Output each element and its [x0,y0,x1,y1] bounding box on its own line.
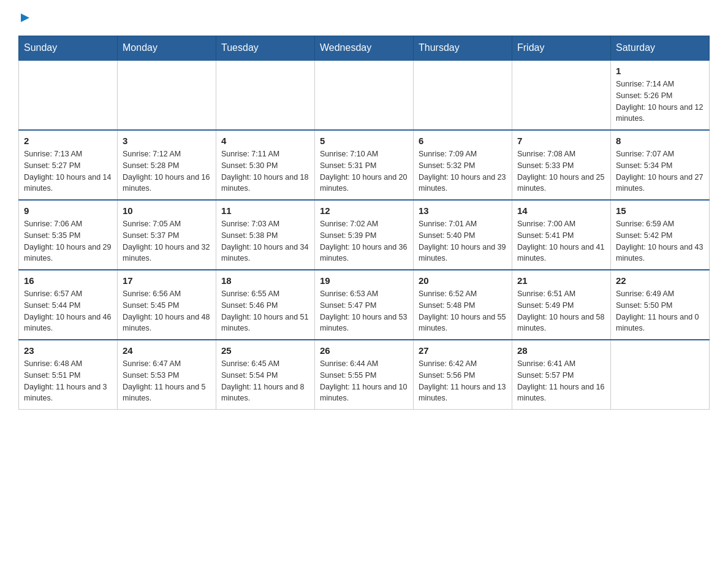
day-number: 12 [320,205,408,216]
calendar-cell: 2Sunrise: 7:13 AMSunset: 5:27 PMDaylight… [19,130,118,200]
day-number: 14 [517,205,605,216]
day-info: Sunrise: 7:07 AMSunset: 5:34 PMDaylight:… [616,148,704,194]
day-number: 1 [616,66,704,76]
day-info: Sunrise: 7:06 AMSunset: 5:35 PMDaylight:… [24,218,112,264]
calendar-cell: 1Sunrise: 7:14 AMSunset: 5:26 PMDaylight… [611,60,710,130]
calendar-cell: 9Sunrise: 7:06 AMSunset: 5:35 PMDaylight… [19,200,118,270]
logo-arrow-icon [20,12,31,26]
day-number: 21 [517,275,605,286]
day-info: Sunrise: 7:09 AMSunset: 5:32 PMDaylight:… [419,148,507,194]
calendar-week-1: 1Sunrise: 7:14 AMSunset: 5:26 PMDaylight… [19,60,710,130]
calendar-header-sunday: Sunday [19,36,118,61]
day-number: 19 [320,275,408,286]
calendar-cell: 12Sunrise: 7:02 AMSunset: 5:39 PMDayligh… [315,200,414,270]
calendar-week-2: 2Sunrise: 7:13 AMSunset: 5:27 PMDaylight… [19,130,710,200]
calendar-cell: 14Sunrise: 7:00 AMSunset: 5:41 PMDayligh… [512,200,611,270]
calendar-cell: 8Sunrise: 7:07 AMSunset: 5:34 PMDaylight… [611,130,710,200]
calendar-cell: 16Sunrise: 6:57 AMSunset: 5:44 PMDayligh… [19,270,118,340]
calendar-week-5: 23Sunrise: 6:48 AMSunset: 5:51 PMDayligh… [19,340,710,410]
calendar-header-friday: Friday [512,36,611,61]
day-info: Sunrise: 6:42 AMSunset: 5:56 PMDaylight:… [419,358,507,404]
calendar-cell: 24Sunrise: 6:47 AMSunset: 5:53 PMDayligh… [118,340,216,410]
calendar-header-wednesday: Wednesday [315,36,414,61]
day-info: Sunrise: 7:01 AMSunset: 5:40 PMDaylight:… [419,218,507,264]
logo [18,12,31,26]
calendar-cell [118,60,216,130]
calendar-cell [611,340,710,410]
calendar-cell: 6Sunrise: 7:09 AMSunset: 5:32 PMDaylight… [414,130,512,200]
calendar-cell: 18Sunrise: 6:55 AMSunset: 5:46 PMDayligh… [216,270,315,340]
day-info: Sunrise: 7:10 AMSunset: 5:31 PMDaylight:… [320,148,408,194]
calendar-cell: 25Sunrise: 6:45 AMSunset: 5:54 PMDayligh… [216,340,315,410]
day-info: Sunrise: 6:59 AMSunset: 5:42 PMDaylight:… [616,218,704,264]
day-info: Sunrise: 7:05 AMSunset: 5:37 PMDaylight:… [123,218,211,264]
calendar-cell: 21Sunrise: 6:51 AMSunset: 5:49 PMDayligh… [512,270,611,340]
day-info: Sunrise: 7:13 AMSunset: 5:27 PMDaylight:… [24,148,112,194]
day-number: 7 [517,136,605,146]
calendar-week-4: 16Sunrise: 6:57 AMSunset: 5:44 PMDayligh… [19,270,710,340]
day-info: Sunrise: 7:11 AMSunset: 5:30 PMDaylight:… [221,148,309,194]
calendar-cell: 3Sunrise: 7:12 AMSunset: 5:28 PMDaylight… [118,130,216,200]
day-info: Sunrise: 6:48 AMSunset: 5:51 PMDaylight:… [24,358,112,404]
day-info: Sunrise: 6:49 AMSunset: 5:50 PMDaylight:… [616,288,704,334]
day-number: 18 [221,275,309,286]
day-info: Sunrise: 6:57 AMSunset: 5:44 PMDaylight:… [24,288,112,334]
day-info: Sunrise: 7:14 AMSunset: 5:26 PMDaylight:… [616,79,704,124]
day-info: Sunrise: 7:00 AMSunset: 5:41 PMDaylight:… [517,218,605,264]
day-number: 16 [24,275,112,286]
calendar-header-thursday: Thursday [414,36,512,61]
day-info: Sunrise: 7:08 AMSunset: 5:33 PMDaylight:… [517,148,605,194]
day-number: 11 [221,205,309,216]
calendar-week-3: 9Sunrise: 7:06 AMSunset: 5:35 PMDaylight… [19,200,710,270]
day-info: Sunrise: 6:45 AMSunset: 5:54 PMDaylight:… [221,358,309,404]
calendar-header-row: SundayMondayTuesdayWednesdayThursdayFrid… [19,36,710,61]
calendar-cell: 15Sunrise: 6:59 AMSunset: 5:42 PMDayligh… [611,200,710,270]
calendar-cell: 5Sunrise: 7:10 AMSunset: 5:31 PMDaylight… [315,130,414,200]
day-number: 22 [616,275,704,286]
day-info: Sunrise: 6:52 AMSunset: 5:48 PMDaylight:… [419,288,507,334]
calendar-cell [414,60,512,130]
day-info: Sunrise: 7:12 AMSunset: 5:28 PMDaylight:… [123,148,211,194]
calendar-header-tuesday: Tuesday [216,36,315,61]
day-info: Sunrise: 6:47 AMSunset: 5:53 PMDaylight:… [123,358,211,404]
day-info: Sunrise: 7:03 AMSunset: 5:38 PMDaylight:… [221,218,309,264]
calendar-cell [512,60,611,130]
day-number: 23 [24,345,112,356]
calendar-cell: 19Sunrise: 6:53 AMSunset: 5:47 PMDayligh… [315,270,414,340]
day-number: 4 [221,136,309,146]
day-number: 27 [419,345,507,356]
day-number: 20 [419,275,507,286]
calendar-cell: 23Sunrise: 6:48 AMSunset: 5:51 PMDayligh… [19,340,118,410]
day-number: 6 [419,136,507,146]
day-info: Sunrise: 6:41 AMSunset: 5:57 PMDaylight:… [517,358,605,404]
svg-marker-0 [21,13,29,22]
day-number: 15 [616,205,704,216]
page-header [18,12,710,26]
calendar-cell: 28Sunrise: 6:41 AMSunset: 5:57 PMDayligh… [512,340,611,410]
day-number: 8 [616,136,704,146]
calendar-cell: 10Sunrise: 7:05 AMSunset: 5:37 PMDayligh… [118,200,216,270]
day-number: 5 [320,136,408,146]
day-number: 28 [517,345,605,356]
calendar-cell: 13Sunrise: 7:01 AMSunset: 5:40 PMDayligh… [414,200,512,270]
calendar-cell: 4Sunrise: 7:11 AMSunset: 5:30 PMDaylight… [216,130,315,200]
day-number: 13 [419,205,507,216]
day-info: Sunrise: 6:55 AMSunset: 5:46 PMDaylight:… [221,288,309,334]
calendar-cell: 27Sunrise: 6:42 AMSunset: 5:56 PMDayligh… [414,340,512,410]
day-number: 3 [123,136,211,146]
day-info: Sunrise: 7:02 AMSunset: 5:39 PMDaylight:… [320,218,408,264]
calendar-cell [19,60,118,130]
calendar-cell: 22Sunrise: 6:49 AMSunset: 5:50 PMDayligh… [611,270,710,340]
calendar-cell [315,60,414,130]
calendar-cell: 11Sunrise: 7:03 AMSunset: 5:38 PMDayligh… [216,200,315,270]
calendar-cell [216,60,315,130]
day-info: Sunrise: 6:44 AMSunset: 5:55 PMDaylight:… [320,358,408,404]
day-number: 2 [24,136,112,146]
calendar-header-monday: Monday [118,36,216,61]
day-number: 25 [221,345,309,356]
calendar-cell: 26Sunrise: 6:44 AMSunset: 5:55 PMDayligh… [315,340,414,410]
calendar-header-saturday: Saturday [611,36,710,61]
day-number: 26 [320,345,408,356]
day-info: Sunrise: 6:51 AMSunset: 5:49 PMDaylight:… [517,288,605,334]
calendar-cell: 17Sunrise: 6:56 AMSunset: 5:45 PMDayligh… [118,270,216,340]
